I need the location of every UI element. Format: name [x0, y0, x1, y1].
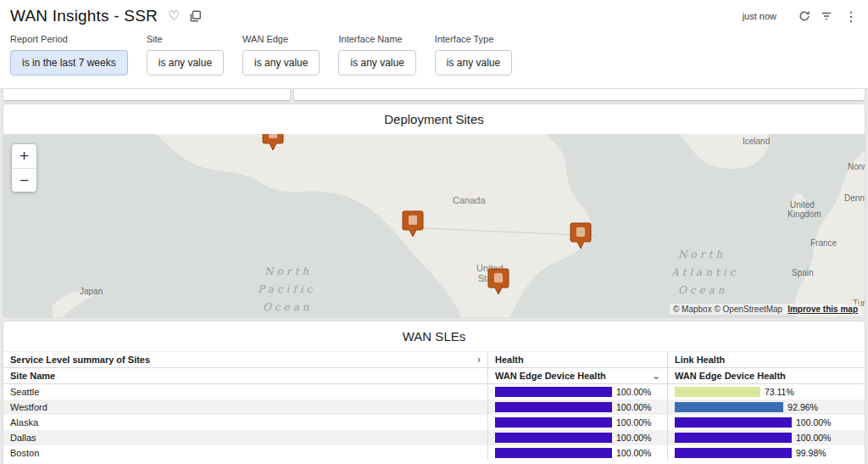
scrolled-tiles-edge	[0, 89, 868, 100]
health-value: 100.00%	[616, 448, 651, 458]
health-value: 100.00%	[616, 387, 651, 397]
health-header-cell: Health	[487, 352, 667, 367]
link-health-value: 100.00%	[796, 417, 831, 428]
page-title: WAN Insights - SSR	[10, 7, 158, 25]
link-health-header-cell: Link Health	[667, 352, 865, 367]
favorite-icon[interactable]: ♡	[168, 9, 180, 23]
site-name-cell: Seattle	[3, 384, 487, 400]
filter-value-report-period[interactable]: is in the last 7 weeks	[10, 50, 128, 75]
link-health-bar	[675, 448, 792, 458]
chevron-down-icon[interactable]: ⌄	[652, 371, 660, 382]
summary-header-label: Service Level summary of Sites	[10, 355, 150, 366]
map-pin-northeast[interactable]	[570, 222, 592, 249]
filter-value-site[interactable]: is any value	[147, 50, 224, 75]
health-bar	[495, 387, 612, 397]
health-col-label: WAN Edge Device Health	[495, 371, 606, 382]
map-attribution: © Mapbox © OpenStreetMapImprove this map	[670, 304, 861, 315]
sles-card-title: WAN SLEs	[3, 321, 865, 352]
attribution-text: © Mapbox © OpenStreetMap	[673, 305, 782, 314]
map-canvas[interactable]: Iceland Norw Canada Denn United Kingdom …	[3, 134, 865, 317]
zoom-out-button[interactable]: −	[12, 168, 36, 192]
link-health-cell: 100.00%	[667, 415, 865, 430]
filter-interface-name: Interface Name is any value	[338, 34, 415, 75]
table-row: Westford100.00%92.96%	[3, 400, 865, 415]
health-bar	[495, 417, 612, 428]
filter-value-interface-name[interactable]: is any value	[338, 50, 415, 75]
sles-column-header: Site Name WAN Edge Device Health ⌄ WAN E…	[3, 368, 865, 384]
link-health-cell: 99.98%	[667, 445, 865, 461]
table-row: Seattle100.00%73.11%	[3, 384, 865, 400]
link-health-value: 100.00%	[796, 433, 831, 443]
top-bar: WAN Insights - SSR ♡ just now ⋮	[0, 0, 868, 25]
filter-label: Report Period	[10, 34, 128, 44]
link-health-col-header: WAN Edge Device Health	[667, 368, 865, 383]
filter-value-wan-edge[interactable]: is any value	[242, 50, 320, 75]
health-bar	[495, 433, 612, 443]
deployment-sites-card: Deployment Sites Iceland Norw Canada Den…	[3, 104, 865, 317]
link-health-bar	[675, 433, 792, 443]
link-health-value: 92.96%	[787, 402, 818, 412]
map-pin-alaska[interactable]	[262, 134, 284, 151]
site-name-cell: Westford	[3, 400, 487, 415]
filter-label: Interface Name	[338, 34, 415, 44]
filter-value-interface-type[interactable]: is any value	[435, 50, 512, 75]
health-value: 100.00%	[616, 433, 651, 443]
map-pin-central-us[interactable]	[487, 268, 509, 295]
health-cell: 100.00%	[487, 400, 667, 415]
link-health-bar	[675, 387, 760, 397]
filter-wan-edge: WAN Edge is any value	[242, 34, 320, 75]
site-name-cell: Boston	[3, 445, 487, 461]
filter-label: Site	[147, 34, 224, 44]
table-row: Boston100.00%99.98%	[3, 445, 865, 461]
link-health-cell: 73.11%	[667, 384, 865, 400]
health-col-header: WAN Edge Device Health ⌄	[487, 368, 667, 383]
table-row: Alaska100.00%100.00%	[3, 415, 865, 430]
chevron-right-icon[interactable]: ›	[477, 355, 481, 366]
site-name-cell: Alaska	[3, 415, 487, 430]
health-bar	[495, 402, 612, 412]
sles-group-header: Service Level summary of Sites › Health …	[3, 352, 865, 368]
link-health-value: 73.11%	[765, 387, 794, 397]
health-cell: 100.00%	[487, 445, 667, 461]
copy-dashboard-icon[interactable]	[190, 10, 202, 22]
improve-map-link[interactable]: Improve this map	[787, 305, 858, 314]
site-name-cell: Dallas	[3, 430, 487, 445]
wan-sles-card: WAN SLEs Service Level summary of Sites …	[3, 321, 865, 464]
link-health-bar	[675, 417, 792, 428]
map-pin-seattle[interactable]	[402, 210, 424, 238]
filter-site: Site is any value	[147, 34, 224, 75]
health-cell: 100.00%	[487, 430, 667, 445]
summary-header-cell: Service Level summary of Sites ›	[3, 352, 487, 367]
filter-bar: Report Period is in the last 7 weeks Sit…	[0, 25, 868, 89]
link-health-bar	[675, 402, 783, 412]
link-health-cell: 92.96%	[667, 400, 865, 415]
health-bar	[495, 448, 612, 458]
filters-icon[interactable]	[821, 10, 832, 22]
filter-interface-type: Interface Type is any value	[435, 34, 512, 75]
table-row: Dallas100.00%100.00%	[3, 430, 865, 445]
last-refreshed-label: just now	[743, 11, 776, 21]
filter-label: WAN Edge	[242, 34, 320, 44]
filter-label: Interface Type	[435, 34, 512, 44]
filter-report-period: Report Period is in the last 7 weeks	[10, 34, 128, 75]
site-name-col-header: Site Name	[3, 368, 487, 383]
sles-table-body: Seattle100.00%73.11%Westford100.00%92.96…	[3, 384, 865, 461]
health-cell: 100.00%	[487, 415, 667, 430]
map-zoom-control: + −	[12, 144, 36, 192]
map-card-title: Deployment Sites	[3, 104, 865, 134]
link-health-cell: 100.00%	[667, 430, 865, 445]
map-basemap	[3, 134, 865, 317]
health-value: 100.00%	[616, 417, 651, 428]
health-cell: 100.00%	[487, 384, 667, 400]
link-health-value: 99.98%	[796, 448, 826, 458]
refresh-icon[interactable]	[798, 10, 810, 22]
kebab-menu-icon[interactable]: ⋮	[844, 8, 858, 25]
health-value: 100.00%	[616, 402, 651, 412]
zoom-in-button[interactable]: +	[12, 144, 36, 168]
